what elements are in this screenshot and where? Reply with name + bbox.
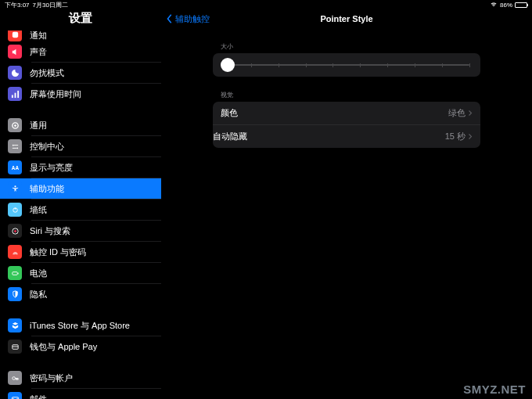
dnd-icon [8,66,22,80]
back-button[interactable]: 辅助触控 [161,13,210,25]
privacy-icon [8,287,22,301]
sidebar-item-display[interactable]: AA显示与亮度 [0,157,161,178]
wifi-icon [490,1,498,9]
svg-rect-3 [17,90,19,97]
sidebar-item-passwords[interactable]: 密码与帐户 [0,368,161,388]
status-time: 下午3:07 [5,1,30,9]
sidebar-item-label: 勿扰模式 [30,67,64,79]
sidebar-item-label: 显示与亮度 [30,162,73,174]
size-group-label: 大小 [213,42,480,51]
svg-rect-17 [17,272,18,274]
sidebar-item-label: 屏幕使用时间 [30,88,81,100]
passwords-icon [8,371,22,385]
screentime-icon [8,87,22,101]
svg-point-8 [16,147,18,149]
status-bar: 下午3:07 7月30日周二 86% [0,0,532,9]
page-title: Pointer Style [320,14,372,23]
back-label: 辅助触控 [175,13,210,25]
sidebar-item-label: iTunes Store 与 App Store [30,320,130,332]
svg-rect-2 [14,92,16,97]
svg-point-5 [14,124,16,127]
notifications-icon [8,31,22,41]
row-value: 绿色 [448,107,473,119]
sidebar-item-label: 声音 [30,46,47,58]
svg-rect-9 [12,147,16,148]
sidebar-item-privacy[interactable]: 隐私 [0,284,161,304]
row-autohide[interactable]: 自动隐藏15 秒 [213,124,480,148]
sidebar-item-touchid[interactable]: 触控 ID 与密码 [0,242,161,262]
slider-thumb[interactable] [221,58,235,72]
sidebar-item-label: 钱包与 Apple Pay [30,341,97,353]
chevron-right-icon [468,133,473,140]
svg-rect-1 [11,95,13,98]
sidebar-item-label: 电池 [30,268,47,279]
sidebar-item-screentime[interactable]: 屏幕使用时间 [0,84,161,104]
sidebar-item-wallet[interactable]: 钱包与 Apple Pay [0,336,161,357]
row-value: 15 秒 [445,131,473,142]
sidebar-title: 设置 [0,9,161,31]
sidebar-item-general[interactable]: 通用 [0,115,161,135]
svg-point-6 [12,144,13,146]
general-icon [8,118,22,132]
sidebar-item-label: 墙纸 [30,204,47,216]
sidebar-item-notifications[interactable]: 通知 [0,31,161,41]
chevron-right-icon [468,110,473,117]
watermark: SMYZ.NET [463,383,526,396]
sidebar-item-label: 触控 ID 与密码 [30,246,86,258]
svg-rect-7 [13,145,18,146]
svg-text:AA: AA [11,165,19,171]
sidebar-item-dnd[interactable]: 勿扰模式 [0,63,161,83]
touchid-icon [8,245,22,259]
siri-icon [8,224,22,238]
svg-point-20 [12,376,15,379]
svg-point-13 [14,207,16,209]
visual-group-label: 视觉 [213,91,480,99]
sidebar-item-label: 隐私 [30,289,47,300]
svg-rect-0 [12,31,17,37]
wallet-icon [8,340,22,354]
sidebar-item-label: 辅助功能 [30,183,64,195]
sidebar-item-siri[interactable]: Siri 与搜索 [0,221,161,241]
sidebar-item-label: 邮件 [30,394,47,400]
accessibility-icon [8,182,22,196]
svg-point-15 [14,230,16,232]
sidebar-item-label: 通用 [30,120,47,131]
sounds-icon [8,45,22,59]
sidebar-item-label: 控制中心 [30,141,64,153]
sidebar-item-mail[interactable]: 邮件 [0,389,161,399]
sidebar-item-sounds[interactable]: 声音 [0,41,161,62]
itunes-icon [8,318,22,332]
battery-pct: 86% [500,2,512,9]
sidebar-item-itunes[interactable]: iTunes Store 与 App Store [0,315,161,336]
mail-icon [8,392,22,399]
sidebar-item-label: 通知 [30,31,47,41]
control-center-icon [8,139,22,153]
sidebar-item-battery[interactable]: 电池 [0,263,161,283]
svg-rect-16 [12,271,16,275]
sidebar-item-control-center[interactable]: 控制中心 [0,136,161,156]
row-label: 自动隐藏 [213,131,247,142]
svg-point-11 [14,185,16,187]
pointer-size-slider[interactable] [213,53,480,77]
sidebar-item-label: 密码与帐户 [30,372,73,384]
row-color[interactable]: 颜色绿色 [213,102,480,124]
sidebar-item-wallpaper[interactable]: 墙纸 [0,200,161,220]
row-label: 颜色 [221,107,238,119]
main-pane: 辅助触控 Pointer Style 大小 [161,9,532,399]
wallpaper-icon [8,203,22,217]
status-date: 7月30日周二 [33,1,68,9]
sidebar-item-accessibility[interactable]: 辅助功能 [0,178,161,199]
battery-icon [515,2,527,8]
sidebar-item-label: Siri 与搜索 [30,225,70,237]
svg-rect-19 [12,346,17,347]
display-icon: AA [8,160,22,174]
battery-icon [8,266,22,280]
sidebar[interactable]: 设置 通知声音勿扰模式屏幕使用时间通用控制中心AA显示与亮度辅助功能墙纸Siri… [0,9,161,399]
